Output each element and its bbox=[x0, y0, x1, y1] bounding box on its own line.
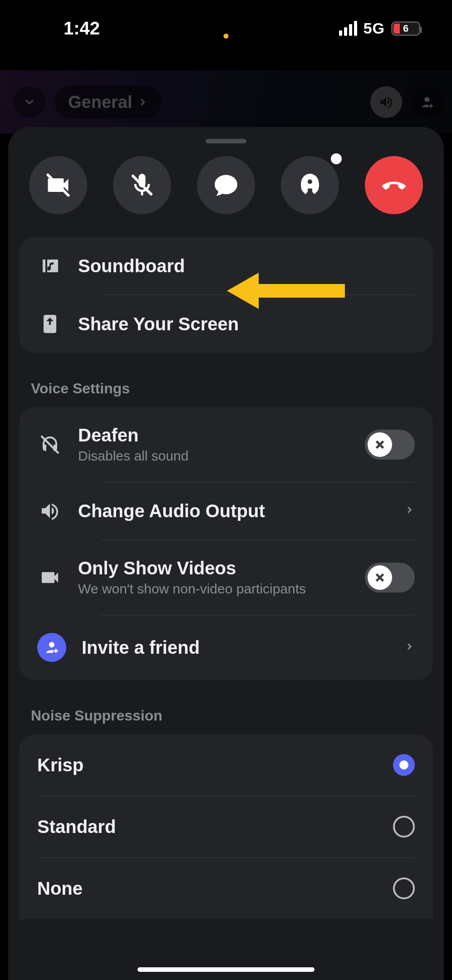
drag-handle[interactable] bbox=[206, 139, 246, 143]
invite-friend-icon bbox=[37, 633, 66, 662]
share-screen-icon bbox=[37, 313, 63, 335]
deafen-row[interactable]: Deafen Disables all sound bbox=[19, 407, 433, 482]
chat-icon bbox=[212, 172, 240, 199]
radio-unselected[interactable] bbox=[393, 877, 415, 899]
deafen-title: Deafen bbox=[78, 425, 349, 446]
noise-none-row[interactable]: None bbox=[19, 858, 433, 919]
hang-up-icon bbox=[380, 172, 408, 199]
noise-standard-row[interactable]: Standard bbox=[19, 796, 433, 858]
mic-off-icon bbox=[128, 172, 156, 199]
noise-standard-label: Standard bbox=[37, 817, 378, 837]
background-call-header: General bbox=[0, 70, 452, 134]
rocket-icon bbox=[296, 172, 324, 199]
deafen-icon bbox=[37, 434, 63, 456]
chevron-right-icon bbox=[138, 97, 148, 107]
voice-settings-card: Deafen Disables all sound Change Audio O… bbox=[19, 407, 433, 680]
deafen-subtitle: Disables all sound bbox=[78, 448, 349, 464]
voice-settings-label: Voice Settings bbox=[8, 380, 444, 407]
video-icon bbox=[37, 567, 63, 588]
status-time: 1:42 bbox=[64, 18, 100, 39]
noise-suppression-card: Krisp Standard None bbox=[19, 734, 433, 919]
close-icon bbox=[373, 438, 387, 451]
only-videos-title: Only Show Videos bbox=[78, 558, 349, 578]
soundboard-icon bbox=[37, 255, 63, 277]
battery-percent: 6 bbox=[403, 23, 408, 34]
noise-suppression-label: Noise Suppression bbox=[8, 707, 444, 734]
noise-krisp-label: Krisp bbox=[37, 755, 378, 775]
add-friend-header-button[interactable] bbox=[411, 86, 443, 118]
network-type: 5G bbox=[364, 20, 385, 37]
invite-friend-row[interactable]: Invite a friend bbox=[19, 615, 433, 680]
audio-output-row[interactable]: Change Audio Output bbox=[19, 482, 433, 540]
chevron-right-icon bbox=[404, 505, 415, 517]
speaker-icon bbox=[37, 500, 63, 522]
speaker-button[interactable] bbox=[370, 86, 402, 118]
add-user-icon bbox=[419, 94, 435, 110]
signal-icon bbox=[339, 21, 357, 36]
hang-up-button[interactable] bbox=[365, 156, 423, 214]
camera-toggle-button[interactable] bbox=[29, 156, 87, 214]
soundboard-share-card: Soundboard Share Your Screen bbox=[19, 237, 433, 353]
channel-name: General bbox=[68, 93, 133, 112]
only-videos-row[interactable]: Only Show Videos We won't show non-video… bbox=[19, 540, 433, 615]
radio-unselected[interactable] bbox=[393, 816, 415, 838]
activities-button[interactable] bbox=[281, 156, 339, 214]
recording-dot-icon bbox=[224, 34, 229, 39]
share-screen-row[interactable]: Share Your Screen bbox=[19, 295, 433, 353]
channel-pill[interactable]: General bbox=[54, 85, 162, 119]
speaker-icon bbox=[378, 94, 394, 110]
battery-icon: 6 bbox=[391, 21, 420, 36]
radio-selected[interactable] bbox=[393, 754, 415, 776]
deafen-toggle[interactable] bbox=[365, 430, 415, 460]
only-videos-subtitle: We won't show non-video participants bbox=[78, 581, 349, 597]
only-videos-toggle[interactable] bbox=[365, 563, 415, 593]
chevron-right-icon bbox=[404, 641, 415, 654]
mute-toggle-button[interactable] bbox=[113, 156, 171, 214]
soundboard-row[interactable]: Soundboard bbox=[19, 237, 433, 295]
collapse-button[interactable] bbox=[14, 86, 45, 118]
share-screen-label: Share Your Screen bbox=[78, 314, 415, 334]
audio-output-title: Change Audio Output bbox=[78, 501, 388, 521]
soundboard-label: Soundboard bbox=[78, 256, 415, 276]
action-row bbox=[8, 156, 444, 237]
close-icon bbox=[373, 571, 387, 584]
noise-krisp-row[interactable]: Krisp bbox=[19, 734, 433, 796]
status-bar: 1:42 5G 6 bbox=[0, 0, 452, 48]
invite-friend-title: Invite a friend bbox=[82, 637, 388, 658]
chat-button[interactable] bbox=[197, 156, 255, 214]
notification-dot bbox=[331, 153, 342, 164]
noise-none-label: None bbox=[37, 878, 378, 899]
camera-off-icon bbox=[44, 172, 72, 199]
home-indicator[interactable] bbox=[138, 967, 314, 972]
status-right: 5G 6 bbox=[339, 20, 420, 37]
call-options-sheet: Soundboard Share Your Screen Voice Setti… bbox=[8, 127, 444, 980]
